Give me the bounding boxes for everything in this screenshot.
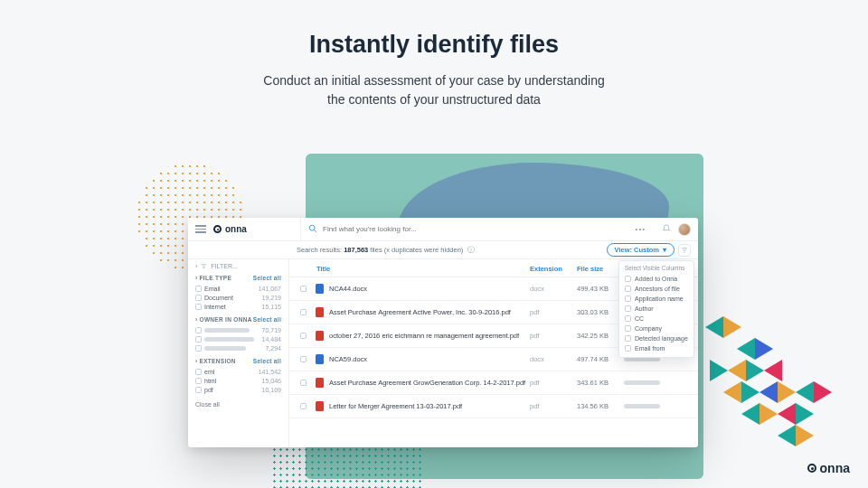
col-filesize[interactable]: File size <box>577 265 624 273</box>
column-label: Email from <box>635 345 665 352</box>
filter-row[interactable]: 14,484 <box>195 334 281 343</box>
filter-row[interactable]: html15,046 <box>195 376 281 385</box>
checkbox[interactable] <box>625 305 631 312</box>
col-title[interactable]: Title <box>316 265 530 273</box>
filter-label: pdf <box>204 387 213 393</box>
file-ext: pdf <box>530 308 577 316</box>
file-pdf-icon <box>316 401 324 411</box>
column-option[interactable]: CC <box>625 314 688 324</box>
triangle-decor <box>687 298 832 461</box>
checkbox[interactable] <box>625 325 631 332</box>
column-label: Added to Onna <box>635 276 677 282</box>
row-checkbox[interactable] <box>300 356 307 362</box>
filter-icon <box>201 263 207 269</box>
section-title[interactable]: › OWNER IN ONNA <box>195 316 252 323</box>
checkbox[interactable] <box>625 276 631 282</box>
column-option[interactable]: Company <box>625 324 688 333</box>
file-pdf-icon <box>316 331 324 341</box>
app-topbar: onna ••• <box>188 218 698 241</box>
filter-row[interactable]: Internet15,115 <box>195 302 281 311</box>
filter-row[interactable]: Document19,219 <box>195 293 281 302</box>
brand-logo-icon <box>807 464 816 473</box>
filter-label: html <box>204 378 216 384</box>
checkbox[interactable] <box>195 369 202 375</box>
file-name: NCA59.docx <box>329 355 530 363</box>
select-all-link[interactable]: Select all <box>253 316 281 323</box>
svg-line-1 <box>314 230 316 232</box>
checkbox[interactable] <box>195 286 202 292</box>
column-option[interactable]: Application name <box>625 294 688 304</box>
column-option[interactable]: Added to Onna <box>625 274 688 284</box>
filter-label: Internet <box>204 304 226 310</box>
checkbox[interactable] <box>195 304 202 310</box>
filter-row[interactable]: pdf10,169 <box>195 385 281 394</box>
filter-row[interactable]: 70,719 <box>195 325 281 334</box>
filter-count: 141,542 <box>259 369 281 375</box>
checkbox[interactable] <box>195 295 202 301</box>
page-title: Instantly identify files <box>0 0 868 59</box>
column-option[interactable]: Email from <box>625 343 688 353</box>
file-size: 134.56 KB <box>577 402 624 410</box>
row-checkbox[interactable] <box>300 380 307 386</box>
checkbox[interactable] <box>625 296 631 302</box>
table-row[interactable]: Letter for Merger Agreement 13-03-2017.p… <box>289 395 698 418</box>
chevron-down-icon: ▾ <box>663 246 666 254</box>
filter-row[interactable]: 7,294 <box>195 343 281 352</box>
column-option[interactable]: Ancestors of file <box>625 284 688 294</box>
row-checkbox[interactable] <box>300 403 307 409</box>
column-label: Detected language <box>635 335 688 342</box>
view-toggle-button[interactable]: View: Custom ▾ <box>607 243 675 257</box>
filter-count: 70,719 <box>262 327 281 333</box>
filter-label <box>204 327 250 333</box>
info-icon[interactable]: ⓘ <box>467 246 475 254</box>
filter-label: Document <box>204 295 233 301</box>
avatar[interactable] <box>678 223 691 236</box>
checkbox[interactable] <box>195 336 202 343</box>
file-ext: docx <box>530 355 577 363</box>
checkbox[interactable] <box>195 378 202 384</box>
checkbox[interactable] <box>625 286 631 292</box>
checkbox[interactable] <box>195 387 202 393</box>
file-size: 303.03 KB <box>577 308 624 316</box>
file-docx-icon <box>316 354 324 364</box>
checkbox[interactable] <box>195 345 202 352</box>
page-subtitle: Conduct an initial assessment of your ca… <box>0 71 868 109</box>
checkbox[interactable] <box>625 335 631 342</box>
row-checkbox[interactable] <box>300 309 307 315</box>
col-extension[interactable]: Extension <box>530 265 577 273</box>
filter-label: FILTER... <box>211 263 237 269</box>
search-icon[interactable] <box>308 224 317 235</box>
filter-label: eml <box>204 369 214 375</box>
column-option[interactable]: Detected language <box>625 333 688 343</box>
app-brand: onna <box>213 224 300 234</box>
section-title[interactable]: › FILE TYPE <box>195 275 231 281</box>
results-main: Title Extension File size NCA44.docxdocx… <box>289 259 698 447</box>
row-checkbox[interactable] <box>300 333 307 339</box>
checkbox[interactable] <box>625 345 631 352</box>
file-ext: pdf <box>530 379 577 387</box>
column-settings-button[interactable] <box>678 244 691 257</box>
more-icon[interactable]: ••• <box>636 225 646 233</box>
column-label: Author <box>635 305 654 312</box>
column-label: Company <box>635 325 662 332</box>
bell-icon[interactable] <box>662 224 671 235</box>
filter-row[interactable]: Email141,067 <box>195 284 281 293</box>
select-all-link[interactable]: Select all <box>253 275 281 281</box>
checkbox[interactable] <box>625 315 631 322</box>
column-label: Ancestors of file <box>635 286 680 292</box>
filter-row[interactable]: eml141,542 <box>195 367 281 376</box>
close-all-link[interactable]: Close all <box>195 401 281 408</box>
column-label: CC <box>635 315 644 322</box>
select-all-link[interactable]: Select all <box>253 358 281 364</box>
row-checkbox[interactable] <box>300 286 307 292</box>
filter-count: 141,067 <box>259 286 281 292</box>
search-input[interactable] <box>323 225 594 233</box>
popover-heading: Select Visible Columns <box>625 265 688 271</box>
file-size: 342.25 KB <box>577 332 624 340</box>
column-option[interactable]: Author <box>625 304 688 314</box>
checkbox[interactable] <box>195 327 202 333</box>
section-title[interactable]: › EXTENSION <box>195 358 236 364</box>
file-name: october 27, 2016 eric eichmann re manage… <box>329 332 530 340</box>
menu-icon[interactable] <box>195 225 206 233</box>
table-row[interactable]: Asset Purchase Agreement GrowGeneration … <box>289 371 698 395</box>
